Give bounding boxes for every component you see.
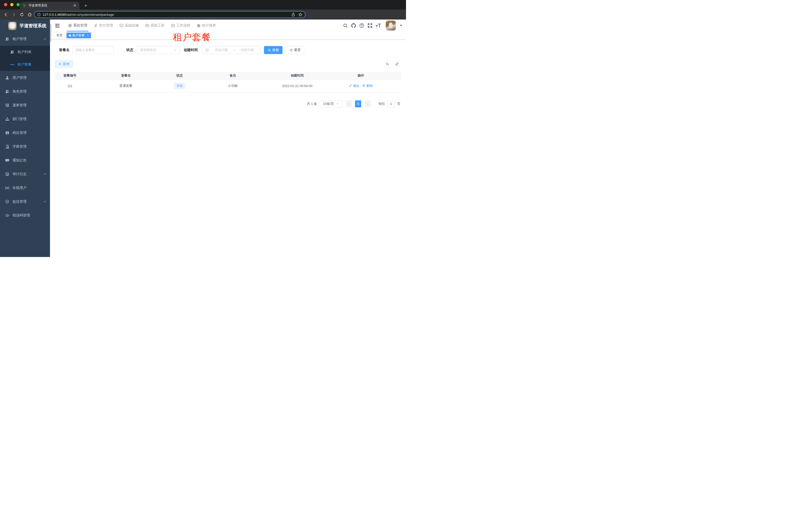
site-info-icon[interactable] (37, 13, 41, 17)
show-search-toggle-button[interactable] (384, 60, 391, 67)
create-time-label: 创建时间 (184, 48, 198, 52)
add-button[interactable]: 新增 (55, 60, 73, 67)
top-menu-label: 支付管理 (99, 23, 113, 28)
delete-link[interactable]: 删除 (362, 84, 373, 88)
avatar-caret-down-icon[interactable] (400, 24, 403, 27)
refresh-table-button[interactable] (393, 60, 401, 67)
table-header-操作: 操作 (321, 72, 401, 79)
logo-rabbit-image (8, 22, 17, 30)
goto-label: 前往 (378, 102, 385, 106)
sidebar-item-短信管理[interactable]: 短信管理 (0, 195, 50, 209)
sidebar-item-通知公告[interactable]: 通知公告 (0, 154, 50, 167)
tab-close-icon[interactable]: ✕ (72, 3, 77, 8)
sidebar-item-用户管理[interactable]: 用户管理 (0, 71, 50, 85)
top-menu-工作流程[interactable]: 工作流程 (168, 20, 194, 31)
url-bar[interactable]: 127.0.0.1:48080/admin-ui/system/tenant/p… (34, 11, 306, 18)
status-select[interactable]: 请选择状态 (137, 46, 180, 54)
sidebar-item-在线用户[interactable]: 在线用户 (0, 181, 50, 195)
github-icon[interactable] (351, 23, 356, 28)
package-name-input[interactable]: 请输入套餐名 (72, 46, 114, 54)
sidebar-subitem-label: 租户列表 (18, 50, 47, 54)
new-tab-button[interactable]: + (83, 2, 89, 9)
tag-首页[interactable]: 首页 (54, 32, 65, 38)
top-menu-label: 系统管理 (73, 23, 87, 28)
back-icon[interactable] (2, 11, 9, 18)
dashboard-icon (197, 24, 201, 28)
prev-page-button[interactable]: ‹ (346, 100, 352, 107)
sidebar-item-部门管理[interactable]: 部门管理 (0, 112, 50, 126)
edit-icon (349, 84, 352, 87)
fullscreen-icon[interactable] (367, 23, 373, 28)
sidebar-submenu: 租户列表租户套餐 (0, 46, 50, 71)
sidebar-item-字典管理[interactable]: 字典管理 (0, 140, 50, 154)
search-button[interactable]: 搜索 (264, 46, 283, 54)
edit-link[interactable]: 修改 (349, 84, 359, 88)
date-separator: - (234, 48, 235, 52)
tags-view-bar: 首页租户套餐× (51, 31, 406, 39)
start-date-placeholder[interactable]: 开始日期 (211, 48, 232, 52)
tag-close-icon[interactable]: × (86, 34, 89, 37)
arrow-up-icon (43, 37, 47, 40)
org-icon (5, 117, 9, 121)
sidebar-item-label: 岗位管理 (12, 131, 47, 135)
share-icon[interactable] (291, 12, 295, 17)
app-window: 芋道管理系统 租户管理租户列表租户套餐用户管理角色管理菜单管理部门管理岗位管理字… (0, 20, 406, 257)
table-toolbar: 新增 (55, 60, 401, 67)
user-avatar[interactable] (386, 21, 396, 30)
sidebar-item-错误码管理[interactable]: 错误码管理 (0, 209, 50, 222)
top-menu-统计报表[interactable]: 统计报表 (194, 20, 219, 31)
sidebar-item-菜单管理[interactable]: 菜单管理 (0, 98, 50, 112)
tag-租户套餐[interactable]: 租户套餐× (66, 32, 91, 38)
search-icon[interactable] (343, 23, 348, 28)
app-logo[interactable]: 芋道管理系统 (0, 20, 50, 32)
top-menu-支付管理[interactable]: 支付管理 (90, 20, 116, 31)
sidebar-item-label: 通知公告 (12, 158, 47, 163)
end-date-placeholder[interactable]: 结束日期 (237, 48, 258, 52)
filter-form: 套餐名 请输入套餐名 状态 请选择状态 创建时间 开始日期 - 结束日期 搜索 (59, 46, 401, 54)
bookmark-star-icon[interactable] (298, 12, 302, 17)
top-menu-基础设施[interactable]: 基础设施 (116, 20, 142, 31)
browser-tab[interactable]: 芋道管理系统 ✕ (20, 2, 80, 9)
sidebar-subitem-租户套餐[interactable]: 租户套餐 (0, 58, 50, 71)
sidebar-item-岗位管理[interactable]: 岗位管理 (0, 126, 50, 140)
top-menu-研发工具[interactable]: 研发工具 (142, 20, 168, 31)
zoom-window-button[interactable] (17, 3, 20, 6)
active-tag-dot (69, 34, 71, 36)
cell-created-time: 2022-02-22 00:54:00 (274, 79, 321, 92)
help-icon[interactable] (359, 23, 365, 28)
code-icon (5, 213, 9, 217)
calendar-icon (205, 48, 209, 52)
toolbox-icon (145, 24, 149, 28)
top-menu-label: 统计报表 (202, 23, 216, 28)
reload-icon[interactable] (19, 11, 25, 18)
forward-icon[interactable] (10, 11, 17, 18)
next-page-button[interactable]: › (365, 100, 371, 107)
url-path: /admin-ui/system/tenant/package (66, 13, 114, 17)
sidebar-item-label: 短信管理 (12, 199, 43, 204)
briefcase-icon (171, 24, 175, 28)
reset-button[interactable]: 重置 (286, 46, 304, 54)
sidebar-collapse-icon[interactable] (54, 23, 60, 29)
table-header-状态: 状态 (167, 72, 192, 79)
url-host: 127.0.0.1:48080 (43, 13, 66, 17)
table-header-备注: 备注 (192, 72, 274, 79)
date-range-picker[interactable]: 开始日期 - 结束日期 (203, 46, 261, 54)
sidebar-item-审计日志[interactable]: 审计日志 (0, 167, 50, 181)
minimize-window-button[interactable] (10, 3, 13, 6)
page-size-select[interactable]: 10条/页 (319, 100, 342, 107)
main-area: 系统管理支付管理基础设施研发工具工作流程统计报表 首页租户套餐× 租户套餐 套餐… (51, 20, 406, 257)
goto-page-input[interactable]: 1 (387, 100, 395, 107)
sidebar-item-租户管理[interactable]: 租户管理 (0, 32, 50, 46)
top-menu-系统管理[interactable]: 系统管理 (65, 20, 90, 31)
status-badge[interactable]: 开启 (174, 83, 185, 89)
sidebar-scrollbar-thumb[interactable] (50, 24, 51, 42)
font-size-icon[interactable] (376, 23, 381, 28)
close-window-button[interactable] (4, 3, 7, 6)
sidebar-subitem-租户列表[interactable]: 租户列表 (0, 46, 50, 58)
current-page-button[interactable]: 1 (355, 100, 361, 107)
sidebar-item-label: 审计日志 (12, 172, 43, 177)
sidebar-item-角色管理[interactable]: 角色管理 (0, 85, 50, 98)
url-text[interactable]: 127.0.0.1:48080/admin-ui/system/tenant/p… (43, 13, 288, 17)
home-icon[interactable] (27, 11, 33, 18)
cell-package-id: 111 (55, 79, 85, 92)
